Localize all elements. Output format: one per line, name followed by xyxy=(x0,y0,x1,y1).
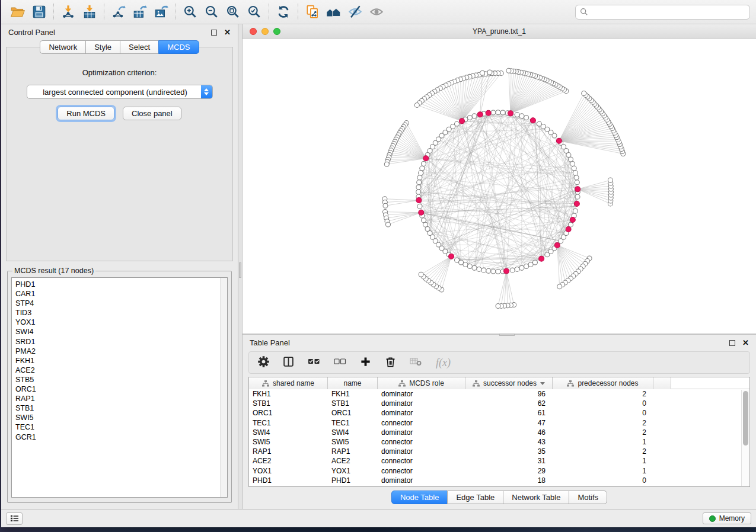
export-table-icon[interactable] xyxy=(129,2,151,21)
import-network-icon[interactable] xyxy=(58,2,79,21)
mcds-result-item[interactable]: SWI4 xyxy=(12,327,227,336)
mcds-result-item[interactable]: RAP1 xyxy=(12,394,227,403)
graph-mcds-node[interactable] xyxy=(419,210,424,215)
table-row[interactable]: RAP1RAP1dominator352 xyxy=(249,447,749,456)
mcds-result-item[interactable]: CAR1 xyxy=(12,289,227,299)
table-tab-network-table[interactable]: Network Table xyxy=(503,491,569,504)
table-settings-gear-icon[interactable] xyxy=(258,356,269,370)
graph-mcds-node[interactable] xyxy=(539,256,544,261)
graph-node[interactable] xyxy=(417,204,422,209)
add-column-icon[interactable] xyxy=(360,356,371,370)
graph-node[interactable] xyxy=(510,268,515,273)
graph-node[interactable] xyxy=(491,269,496,274)
graph-node[interactable] xyxy=(421,218,426,223)
table-row[interactable]: SWI4SWI4dominator462 xyxy=(249,428,749,437)
close-panel-button[interactable]: Close panel xyxy=(123,107,181,120)
graph-node[interactable] xyxy=(496,110,500,115)
close-table-panel-icon[interactable]: ✕ xyxy=(742,340,749,346)
graph-node[interactable] xyxy=(480,70,485,75)
graph-mcds-node[interactable] xyxy=(575,187,580,192)
column-header-successor-nodes[interactable]: successor nodes xyxy=(465,377,553,389)
mcds-result-item[interactable]: SWI5 xyxy=(12,413,227,422)
graph-node[interactable] xyxy=(582,91,586,96)
graph-mcds-node[interactable] xyxy=(574,201,579,206)
hide-selected-icon[interactable] xyxy=(344,2,366,21)
graph-node[interactable] xyxy=(486,268,491,273)
search-input[interactable] xyxy=(591,8,745,17)
graph-node[interactable] xyxy=(528,262,533,267)
graph-node[interactable] xyxy=(532,260,537,265)
graph-mcds-node[interactable] xyxy=(460,118,465,124)
float-panel-icon[interactable] xyxy=(211,30,217,36)
graph-node[interactable] xyxy=(421,161,426,166)
tab-network[interactable]: Network xyxy=(40,40,86,54)
graph-node[interactable] xyxy=(575,194,580,199)
unselect-all-icon[interactable] xyxy=(334,356,346,369)
export-network-icon[interactable] xyxy=(108,2,129,21)
graph-node[interactable] xyxy=(472,265,477,270)
graph-mcds-node[interactable] xyxy=(508,111,513,116)
select-all-icon[interactable] xyxy=(308,356,320,369)
graph-node[interactable] xyxy=(575,180,579,185)
graph-node[interactable] xyxy=(519,265,524,270)
table-row[interactable]: PHD1PHD1dominator180 xyxy=(249,476,749,485)
table-row[interactable]: YOX1YOX1connector291 xyxy=(249,466,749,476)
first-neighbors-icon[interactable] xyxy=(323,2,344,21)
graph-node[interactable] xyxy=(467,264,472,269)
tab-mcds[interactable]: MCDS xyxy=(158,40,199,54)
horizontal-splitter-handle[interactable] xyxy=(499,334,515,336)
graph-node[interactable] xyxy=(384,162,389,166)
vertical-splitter[interactable] xyxy=(238,24,243,509)
network-canvas[interactable] xyxy=(243,39,756,334)
list-scrollbar[interactable] xyxy=(220,278,227,497)
show-all-icon[interactable] xyxy=(366,2,387,21)
graph-mcds-node[interactable] xyxy=(530,118,535,123)
duplicate-network-icon[interactable] xyxy=(302,2,323,21)
graph-node[interactable] xyxy=(573,209,578,213)
table-row[interactable]: ORC1ORC1dominator610 xyxy=(249,408,749,418)
network-window-titlebar[interactable]: YPA_prune.txt_1 xyxy=(243,24,756,39)
mcds-result-item[interactable]: PMA2 xyxy=(12,347,227,356)
mcds-result-item[interactable]: STB1 xyxy=(12,403,227,413)
graph-node[interactable] xyxy=(573,171,578,175)
table-row[interactable]: STB1STB1dominator620 xyxy=(249,399,749,408)
table-row[interactable]: SWI5SWI5connector431 xyxy=(249,437,749,447)
graph-node[interactable] xyxy=(506,68,511,73)
graph-node[interactable] xyxy=(500,110,505,115)
mcds-result-item[interactable]: FKH1 xyxy=(12,356,227,366)
graph-node[interactable] xyxy=(417,180,422,185)
splitter-handle[interactable] xyxy=(239,262,241,278)
graph-node[interactable] xyxy=(608,178,613,182)
mcds-result-item[interactable]: TEC1 xyxy=(12,422,227,432)
mcds-result-item[interactable]: ORC1 xyxy=(12,384,227,394)
mcds-result-item[interactable]: TID3 xyxy=(12,308,227,318)
graph-mcds-node[interactable] xyxy=(570,217,575,223)
graph-node[interactable] xyxy=(570,161,575,166)
mcds-result-item[interactable]: ACE2 xyxy=(12,366,227,375)
zoom-selected-icon[interactable] xyxy=(244,2,265,21)
graph-node[interactable] xyxy=(572,166,576,171)
graph-node[interactable] xyxy=(481,268,486,273)
close-panel-icon[interactable]: ✕ xyxy=(224,30,231,36)
mcds-result-item[interactable]: STP4 xyxy=(12,299,227,308)
graph-node[interactable] xyxy=(419,272,423,277)
table-scrollbar[interactable] xyxy=(741,390,749,486)
graph-mcds-node[interactable] xyxy=(477,112,483,117)
table-scrollbar-thumb[interactable] xyxy=(743,391,748,446)
save-session-icon[interactable] xyxy=(28,2,50,21)
zoom-in-icon[interactable] xyxy=(180,2,201,21)
delete-column-icon[interactable] xyxy=(385,355,396,370)
tab-style[interactable]: Style xyxy=(85,40,120,54)
graph-node[interactable] xyxy=(414,102,419,107)
column-header-predecessor-nodes[interactable]: predecessor nodes xyxy=(553,377,653,389)
graph-node[interactable] xyxy=(496,269,500,274)
search-box[interactable] xyxy=(575,5,750,20)
mcds-result-item[interactable]: PHD1 xyxy=(12,280,227,289)
column-header-MCDS-role[interactable]: MCDS role xyxy=(378,377,465,389)
optimization-criterion-select[interactable]: largest connected component (undirected) xyxy=(27,85,213,99)
graph-node[interactable] xyxy=(467,115,472,120)
graph-node[interactable] xyxy=(419,171,423,175)
graph-node[interactable] xyxy=(477,267,481,271)
export-image-icon[interactable] xyxy=(151,2,172,21)
graph-node[interactable] xyxy=(524,264,529,269)
